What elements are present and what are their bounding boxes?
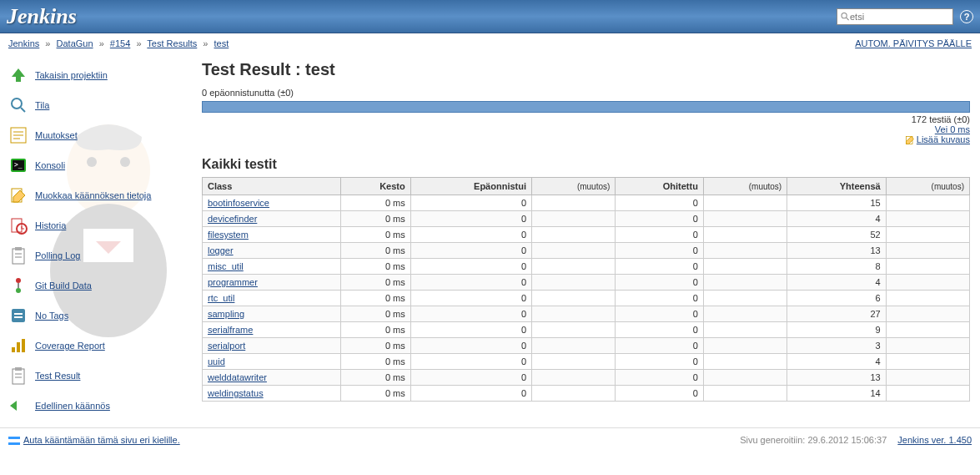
svg-text:>_: >_ — [14, 161, 23, 169]
class-link[interactable]: programmer — [208, 277, 258, 287]
muutokset-icon — [8, 125, 28, 145]
cell-skip: 0 — [616, 370, 704, 386]
cell-total-diff — [886, 338, 969, 354]
sidebar-item[interactable]: Test Result — [8, 361, 188, 391]
sidebar-item[interactable]: Tila — [8, 90, 188, 120]
class-link[interactable]: uuid — [208, 356, 225, 366]
cell-class: logger — [203, 243, 341, 259]
cell-fail: 0 — [410, 243, 531, 259]
class-link[interactable]: weldingstatus — [208, 388, 264, 398]
cell-skip: 0 — [616, 338, 704, 354]
jenkins-logo[interactable]: Jenkins — [7, 4, 77, 29]
header-right: ? — [837, 8, 973, 25]
cell-kesto: 0 ms — [341, 370, 410, 386]
sidebar-item-label[interactable]: Muokkaa käännöksen tietoja — [35, 190, 151, 200]
class-link[interactable]: filesystem — [208, 230, 249, 240]
sidebar-item-label[interactable]: Polling Log — [35, 250, 80, 260]
breadcrumb-build[interactable]: #154 — [110, 38, 130, 48]
test-count: 172 testiä (±0) — [202, 114, 970, 124]
svg-point-0 — [842, 13, 847, 18]
class-link[interactable]: serialport — [208, 341, 245, 351]
sidebar-item-label[interactable]: Historia — [35, 220, 66, 230]
class-link[interactable]: rtc_util — [208, 293, 234, 303]
cell-fail-diff — [532, 243, 616, 259]
col-total-diff: (muutos) — [886, 178, 969, 195]
cell-total-diff — [886, 227, 969, 243]
version-link[interactable]: Jenkins ver. 1.450 — [897, 435, 972, 445]
breadcrumb-test[interactable]: test — [214, 38, 229, 48]
class-link[interactable]: bootinfoservice — [208, 198, 269, 208]
table-row: serialport0 ms003 — [203, 338, 970, 354]
cell-skip-diff — [703, 243, 787, 259]
clipboard-icon — [8, 366, 28, 386]
coverage-icon — [8, 336, 28, 356]
table-row: rtc_util0 ms006 — [203, 291, 970, 306]
cell-skip-diff — [703, 259, 787, 275]
took-link[interactable]: Vei 0 ms — [935, 124, 970, 134]
breadcrumb-bar: Jenkins » DataGun » #154 » Test Results … — [0, 33, 980, 53]
table-row: sampling0 ms0027 — [203, 306, 970, 322]
cell-total: 3 — [787, 338, 886, 354]
search-box[interactable] — [837, 8, 953, 25]
cell-skip: 0 — [616, 275, 704, 291]
sidepanel: Takaisin projektiinTilaMuutokset>_Konsol… — [0, 53, 195, 427]
sidebar-item-label[interactable]: No Tags — [35, 311, 68, 321]
sidebar-item-label[interactable]: Konsoli — [35, 160, 65, 170]
sidebar-item-label[interactable]: Takaisin projektiin — [35, 70, 108, 80]
cell-total-diff — [886, 259, 969, 275]
cell-fail: 0 — [410, 275, 531, 291]
search-input[interactable] — [850, 12, 949, 22]
col-kesto[interactable]: Kesto — [341, 178, 410, 195]
table-row: filesystem0 ms0052 — [203, 227, 970, 243]
sidebar-item[interactable]: Polling Log — [8, 240, 188, 270]
cell-fail: 0 — [410, 211, 531, 227]
cell-fail-diff — [532, 338, 616, 354]
sidebar-item-label[interactable]: Tila — [35, 100, 49, 110]
help-icon[interactable]: ? — [960, 10, 973, 23]
sidebar-item[interactable]: Git Build Data — [8, 270, 188, 301]
class-link[interactable]: devicefinder — [208, 214, 257, 224]
col-class[interactable]: Class — [203, 178, 341, 195]
sidebar-item[interactable]: Muokkaa käännöksen tietoja — [8, 180, 188, 210]
sidebar-item-label[interactable]: Muutokset — [35, 130, 78, 140]
sidebar-item-label[interactable]: Edellinen käännös — [35, 401, 110, 411]
edit-icon — [905, 135, 915, 145]
col-total[interactable]: Yhteensä — [787, 178, 886, 195]
breadcrumb-sep: » — [45, 38, 50, 48]
cell-skip: 0 — [616, 306, 704, 322]
add-description-link[interactable]: Lisää kuvaus — [917, 134, 970, 144]
generated-text: Sivu generoitiin: 29.6.2012 15:06:37 — [740, 435, 887, 445]
sidebar-item[interactable]: Historia — [8, 210, 188, 240]
sidebar-item-label[interactable]: Git Build Data — [35, 280, 92, 291]
sidebar-item-label[interactable]: Coverage Report — [35, 341, 105, 351]
sidebar-item[interactable]: >_Konsoli — [8, 150, 188, 180]
terminal-icon: >_ — [8, 155, 28, 175]
sidebar-item[interactable]: Muutokset — [8, 120, 188, 150]
breadcrumb-testresults[interactable]: Test Results — [147, 38, 197, 48]
class-link[interactable]: welddatawriter — [208, 372, 267, 382]
cell-skip: 0 — [616, 195, 704, 211]
class-link[interactable]: logger — [208, 245, 234, 255]
breadcrumb-datagun[interactable]: DataGun — [57, 38, 93, 48]
col-fail[interactable]: Epäonnistui — [410, 178, 531, 195]
cell-class: weldingstatus — [203, 386, 341, 402]
sidebar-item-label[interactable]: Test Result — [35, 371, 80, 381]
sidebar-item[interactable]: Coverage Report — [8, 331, 188, 361]
cell-skip-diff — [703, 370, 787, 386]
auto-refresh-link[interactable]: AUTOM. PÄIVITYS PÄÄLLE — [855, 38, 972, 48]
class-link[interactable]: serialframe — [208, 325, 253, 335]
sidebar-item[interactable]: No Tags — [8, 301, 188, 331]
breadcrumb-jenkins[interactable]: Jenkins — [8, 38, 39, 48]
col-skip[interactable]: Ohitettu — [616, 178, 704, 195]
sidebar-item[interactable]: Takaisin projektiin — [8, 60, 188, 90]
cell-skip-diff — [703, 227, 787, 243]
cell-skip-diff — [703, 338, 787, 354]
sidebar-item[interactable]: Edellinen käännös — [8, 391, 188, 421]
class-link[interactable]: misc_util — [208, 261, 244, 271]
main-layout: Takaisin projektiinTilaMuutokset>_Konsol… — [0, 53, 980, 427]
class-link[interactable]: sampling — [208, 309, 244, 319]
cell-class: serialport — [203, 338, 341, 354]
translate-link[interactable]: Auta kääntämään tämä sivu eri kielille. — [23, 435, 180, 445]
cell-class: uuid — [203, 354, 341, 370]
col-fail-diff: (muutos) — [532, 178, 616, 195]
